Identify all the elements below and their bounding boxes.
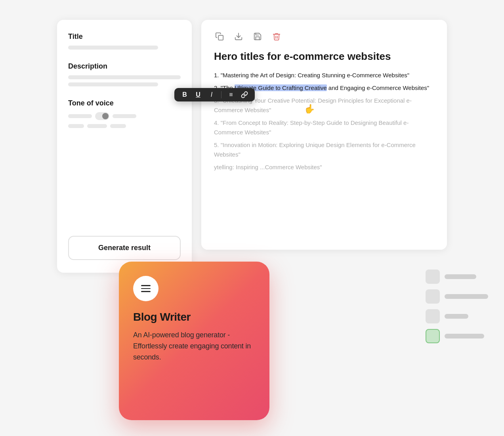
hamburger-line-2: [141, 288, 151, 289]
link-button[interactable]: [241, 91, 248, 98]
item-icon-generate: [426, 329, 440, 343]
list-item-text-after: and Engaging e-Commerce Websites": [327, 84, 430, 91]
item-row-generate: [426, 329, 488, 343]
item-label-generate: [445, 334, 484, 338]
tone-bar-1: [68, 114, 92, 118]
item-icon-title: [426, 270, 440, 284]
description-skeleton-1: [68, 75, 181, 79]
svg-rect-0: [218, 35, 223, 40]
list-item-text: 5. "Innovation in Motion: Exploring Uniq…: [214, 142, 416, 158]
save-icon[interactable]: [252, 31, 263, 42]
item-row-description: [426, 289, 488, 304]
blog-writer-card[interactable]: Blog Writer An AI-powered blog generator…: [119, 262, 269, 420]
blog-card-title: Blog Writer: [133, 311, 255, 323]
tone-bar-small-1: [68, 124, 84, 128]
item-icon-input: [426, 309, 440, 323]
right-panel: Hero titles for e-commerce websites 1. "…: [201, 20, 447, 250]
underline-button[interactable]: U: [194, 91, 202, 98]
list-item: 5. "Innovation in Motion: Exploring Uniq…: [214, 140, 434, 159]
list-item: 1. "Mastering the Art of Design: Creatin…: [214, 71, 434, 80]
item-icon-description: [426, 289, 440, 304]
tone-field-group: Tone of voice: [68, 99, 181, 128]
title-label: Title: [68, 33, 181, 41]
format-toolbar: B U I ≡: [174, 88, 255, 101]
tone-controls: [68, 112, 181, 120]
item-row-input: [426, 309, 488, 323]
menu-icon: [141, 285, 151, 292]
list-item-text: ytelling: Inspiring ...Commerce Websites…: [214, 164, 322, 170]
list-item: ytelling: Inspiring ...Commerce Websites…: [214, 163, 434, 172]
description-field-group: Description: [68, 62, 181, 86]
tone-bar-small-3: [110, 124, 126, 128]
copy-icon[interactable]: [214, 31, 225, 42]
title-field-group: Title: [68, 33, 181, 50]
delete-icon[interactable]: [271, 31, 282, 42]
tone-label: Tone of voice: [68, 99, 181, 107]
description-skeleton-2: [68, 82, 158, 86]
tone-toggle[interactable]: [95, 112, 109, 120]
bold-button[interactable]: B: [181, 91, 189, 98]
tone-toggle-thumb: [102, 113, 109, 119]
item-label-description: [445, 294, 488, 299]
item-label-input: [445, 314, 468, 319]
items-list: [426, 270, 488, 343]
content-list: 1. "Mastering the Art of Design: Creatin…: [214, 71, 434, 172]
left-panel: Title Description Tone of voice Generate…: [57, 20, 192, 273]
tone-bar-2: [113, 114, 136, 118]
item-row-title: [426, 270, 488, 284]
format-divider: [221, 91, 221, 98]
cursor-pointer: 👆: [304, 104, 315, 114]
title-skeleton: [68, 46, 158, 50]
fade-overlay: [201, 202, 447, 250]
hamburger-line-1: [141, 285, 151, 286]
tone-bar-small-2: [87, 124, 107, 128]
content-toolbar: [214, 31, 434, 42]
list-item-text: 1. "Mastering the Art of Design: Creatin…: [214, 72, 409, 78]
item-label-title: [445, 274, 476, 279]
tone-second-row: [68, 124, 181, 128]
hamburger-line-3: [141, 291, 151, 292]
description-label: Description: [68, 62, 181, 71]
blog-card-icon: [133, 276, 158, 301]
list-item-text: 4. "From Concept to Reality: Step-by-Ste…: [214, 119, 409, 136]
generate-button[interactable]: Generate result: [68, 236, 181, 260]
align-button[interactable]: ≡: [227, 91, 235, 98]
list-item: 4. "From Concept to Reality: Step-by-Ste…: [214, 118, 434, 137]
blog-card-description: An AI-powered blog generator - Effortles…: [133, 330, 255, 363]
download-icon[interactable]: [233, 31, 244, 42]
content-title: Hero titles for e-commerce websites: [214, 50, 434, 63]
italic-button[interactable]: I: [208, 91, 216, 98]
